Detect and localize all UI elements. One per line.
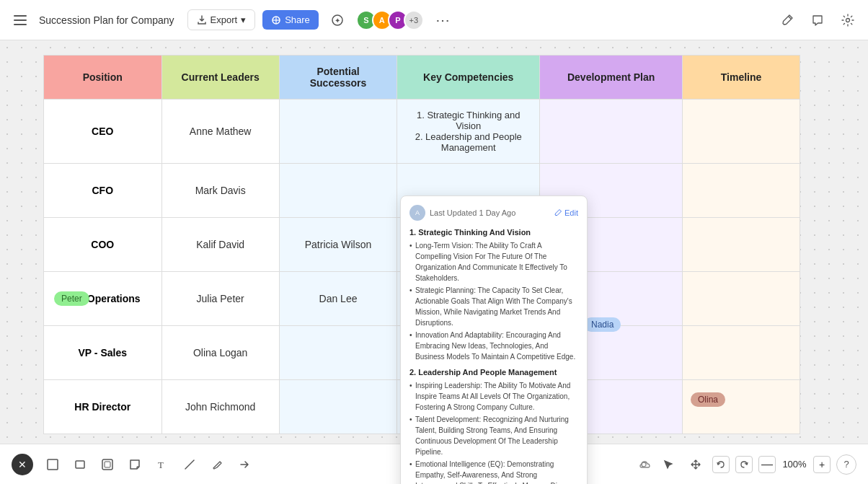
- topbar-right: [776, 9, 859, 32]
- timeline-coo: [683, 218, 800, 272]
- topbar: Succession Plan for Company Export ▾ Sha…: [0, 0, 868, 40]
- tooltip-s2-item1: Inspiring Leadership: The Ability To Mot…: [409, 380, 578, 413]
- text-tool-icon[interactable]: T: [151, 454, 173, 475]
- edit-icon[interactable]: [776, 9, 799, 32]
- svg-rect-12: [102, 459, 112, 470]
- settings-icon[interactable]: [836, 9, 859, 32]
- table-row: CEO Anne Mathew 1. Strategic Thinking an…: [44, 100, 800, 164]
- header-development: Development Plan: [540, 56, 683, 100]
- tooltip-s1-item2: Strategic Planning: The Capacity To Set …: [409, 285, 578, 328]
- svg-point-9: [846, 18, 850, 22]
- tooltip-s1-item3: Innovation And Adaptability: Encouraging…: [409, 330, 578, 362]
- position-coo: COO: [44, 218, 162, 272]
- redo-button[interactable]: [735, 456, 753, 473]
- collaborators-avatars: S A P +3: [356, 10, 424, 30]
- tooltip-s1-item1: Long-Term Vision: The Ability To Craft A…: [409, 240, 578, 283]
- undo-button[interactable]: [712, 456, 730, 473]
- svg-rect-2: [14, 24, 27, 25]
- rectangle-tool-icon[interactable]: [69, 454, 91, 475]
- leader-vpops: Julia Peter: [161, 272, 279, 326]
- successor-hrdir: [279, 380, 397, 434]
- tooltip-updated-text: Last Updated 1 Day Ago: [430, 208, 515, 217]
- cursor-select-icon[interactable]: [657, 454, 679, 475]
- timeline-cfo: [683, 164, 800, 218]
- svg-text:✦: ✦: [335, 17, 340, 25]
- arrow-tool-icon[interactable]: [234, 454, 255, 475]
- svg-text:T: T: [158, 459, 164, 470]
- help-button[interactable]: ?: [836, 454, 856, 475]
- sticky-nadia: Nadia: [584, 317, 621, 332]
- more-options-button[interactable]: ⋯: [431, 9, 454, 32]
- line-tool-icon[interactable]: [179, 454, 200, 475]
- tooltip-edit-button[interactable]: Edit: [554, 208, 578, 217]
- tooltip-header: A Last Updated 1 Day Ago Edit: [409, 205, 578, 221]
- cloud-icon: [639, 458, 652, 471]
- leader-hrdir: John Richmond: [161, 380, 279, 434]
- comment-icon[interactable]: [806, 9, 829, 32]
- development-ceo: [540, 100, 683, 164]
- canvas[interactable]: Position Current Leaders Potential Succe…: [0, 40, 868, 484]
- tooltip-s2-item2: Talent Development: Recognizing And Nurt…: [409, 414, 578, 457]
- timeline-vpops: [683, 272, 800, 326]
- position-hrdir: HR Director: [44, 380, 162, 434]
- header-position: Position: [44, 56, 162, 100]
- zoom-level: 100%: [781, 459, 807, 470]
- successor-vpops: Dan Lee: [279, 272, 397, 326]
- zoom-out-button[interactable]: —: [758, 456, 776, 473]
- sticky-olina: Olina: [691, 392, 725, 407]
- position-ceo: CEO: [44, 100, 162, 164]
- position-cfo: CFO: [44, 164, 162, 218]
- timeline-ceo: [683, 100, 800, 164]
- move-icon[interactable]: [685, 454, 707, 475]
- leader-coo: Kalif David: [161, 218, 279, 272]
- sticky-peter: Peter: [54, 291, 89, 306]
- shape-tool-icon[interactable]: [97, 454, 118, 475]
- successor-cfo: [279, 164, 397, 218]
- tooltip-section2-title: 2. Leadership And People Management: [409, 368, 578, 377]
- successor-coo: Patricia Wilson: [279, 218, 397, 272]
- share-button[interactable]: Share: [262, 10, 319, 30]
- document-title: Succession Plan for Company: [39, 14, 174, 26]
- avatar-overflow: +3: [404, 10, 424, 30]
- header-competencies: Key Competencies: [397, 56, 540, 100]
- svg-rect-10: [48, 459, 58, 470]
- pen-tool-icon[interactable]: [206, 454, 228, 475]
- zoom-in-button[interactable]: +: [813, 456, 831, 473]
- timeline-hrdir: [683, 380, 800, 434]
- timeline-vpsales: [683, 326, 800, 380]
- sticky-note-icon[interactable]: [124, 454, 146, 475]
- leader-vpsales: Olina Logan: [161, 326, 279, 380]
- header-leaders: Current Leaders: [161, 56, 279, 100]
- competencies-ceo: 1. Strategic Thinking and Vision 2. Lead…: [397, 100, 540, 164]
- header-timeline: Timeline: [683, 56, 800, 100]
- leader-ceo: Anne Mathew: [161, 100, 279, 164]
- successor-vpsales: [279, 326, 397, 380]
- position-vpsales: VP - Sales: [44, 326, 162, 380]
- zoom-controls: — 100% + ?: [639, 454, 856, 475]
- tooltip-section1-title: 1. Strategic Thinking And Vision: [409, 228, 578, 237]
- menu-button[interactable]: [9, 9, 32, 32]
- close-button[interactable]: ✕: [12, 454, 33, 475]
- header-successors: Potential Successors: [279, 56, 397, 100]
- leader-cfo: Mark Davis: [161, 164, 279, 218]
- successor-ceo: [279, 100, 397, 164]
- export-button[interactable]: Export ▾: [187, 9, 256, 30]
- svg-rect-11: [76, 461, 84, 468]
- tooltip-s2-item3: Emotional Intelligence (EQ): Demonstrati…: [409, 459, 578, 484]
- frame-tool-icon[interactable]: [42, 454, 63, 475]
- svg-rect-13: [105, 462, 110, 467]
- tooltip-avatar: A: [409, 205, 425, 221]
- cursor-tools-button[interactable]: ✦: [326, 9, 349, 32]
- svg-rect-0: [14, 15, 27, 17]
- competency-detail-card: A Last Updated 1 Day Ago Edit 1. Strateg…: [400, 195, 588, 484]
- svg-rect-1: [14, 19, 27, 21]
- svg-line-17: [185, 460, 194, 469]
